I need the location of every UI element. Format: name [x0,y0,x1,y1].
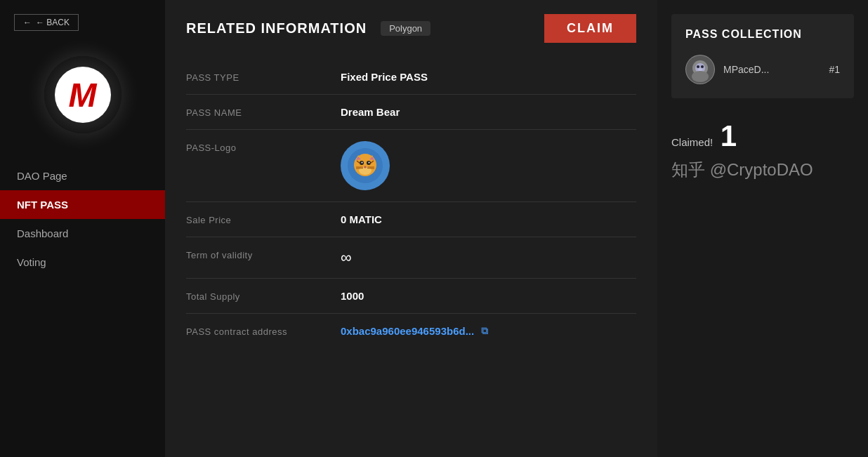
sale-price-row: Sale Price 0 MATIC [186,202,636,237]
svg-point-24 [698,68,702,71]
sale-price-value: 0 MATIC [341,213,382,225]
sidebar: ← ← BACK M DAO Page NFT PASS Dashboard V… [0,0,165,457]
pass-logo-label: PASS-Logo [186,141,341,153]
total-supply-label: Total Supply [186,290,341,302]
pass-type-label: PASS TYPE [186,71,341,83]
watermark: 知乎 @CryptoDAO [671,159,854,181]
svg-point-23 [701,65,704,68]
right-panel: PASS COLLECTION MPaceD... #1 Claimed! 1 … [657,0,868,457]
svg-line-17 [367,168,374,169]
contract-address-label: PASS contract address [186,325,341,337]
avatar-logo: M [55,67,111,123]
contract-address-text: 0xbac9a960ee946593b6d... [341,325,474,337]
contract-address-row: PASS contract address 0xbac9a960ee946593… [186,314,636,348]
term-validity-value: ∞ [341,249,352,267]
sidebar-item-dashboard[interactable]: Dashboard [0,219,165,248]
sale-price-label: Sale Price [186,213,341,225]
infinity-symbol: ∞ [341,249,352,267]
avatar: M [44,56,121,133]
chain-badge: Polygon [381,21,430,36]
back-label: ← BACK [36,18,70,27]
claimed-label: Claimed! [671,136,713,148]
back-arrow-icon: ← [23,18,32,27]
sidebar-item-dao-page[interactable]: DAO Page [0,161,165,190]
collection-item: MPaceD... #1 [685,55,840,84]
pass-type-value: Fixed Price PASS [341,71,428,83]
svg-point-21 [692,71,709,82]
pass-logo-image [341,141,390,190]
pass-collection-box: PASS COLLECTION MPaceD... #1 [671,14,854,98]
total-supply-row: Total Supply 1000 [186,279,636,314]
m-logo-icon: M [69,76,97,114]
sidebar-item-voting[interactable]: Voting [0,248,165,277]
svg-line-15 [356,168,363,169]
pass-name-value: Dream Bear [341,106,400,118]
collection-id: #1 [829,64,840,75]
tiger-svg [348,148,383,183]
svg-point-22 [697,65,699,68]
copy-icon[interactable]: ⧉ [481,325,488,337]
term-validity-row: Term of validity ∞ [186,237,636,279]
pass-name-row: PASS NAME Dream Bear [186,95,636,130]
total-supply-value: 1000 [341,290,364,302]
collection-avatar-svg [686,55,714,84]
svg-point-5 [362,162,363,164]
claimed-section: Claimed! 1 知乎 @CryptoDAO [671,112,854,188]
sidebar-item-nft-pass[interactable]: NFT PASS [0,190,165,219]
contract-address-value[interactable]: 0xbac9a960ee946593b6d... ⧉ [341,325,488,337]
claimed-count: 1 [721,119,737,152]
pass-type-row: PASS TYPE Fixed Price PASS [186,60,636,95]
section-header: RELATED INFORMATION Polygon CLAIM [186,14,636,43]
main-content: RELATED INFORMATION Polygon CLAIM PASS T… [165,0,657,457]
svg-point-7 [364,166,367,168]
collection-name: MPaceD... [723,64,820,75]
pass-name-label: PASS NAME [186,106,341,118]
collection-avatar [685,55,715,84]
pass-collection-title: PASS COLLECTION [685,28,840,41]
term-validity-label: Term of validity [186,249,341,260]
pass-logo-row: PASS-Logo [186,130,636,202]
back-button[interactable]: ← ← BACK [14,14,79,31]
svg-point-6 [369,162,370,164]
section-title: RELATED INFORMATION [186,20,367,37]
nav-menu: DAO Page NFT PASS Dashboard Voting [0,161,165,277]
claim-button[interactable]: CLAIM [544,14,636,43]
pass-logo-value [341,141,390,190]
